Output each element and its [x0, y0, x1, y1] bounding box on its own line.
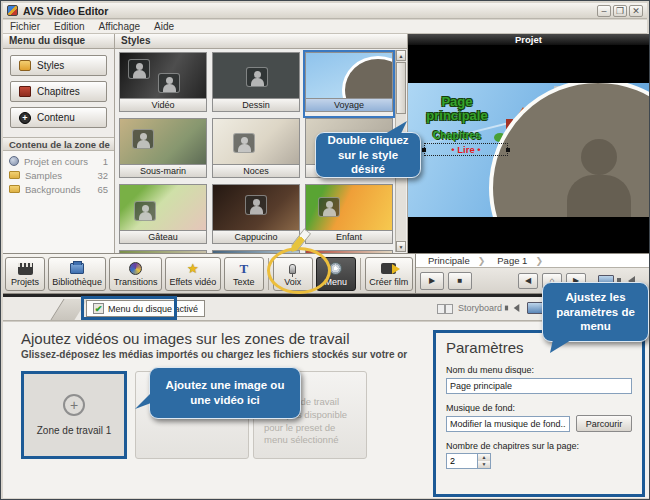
callout-double-click-style: Double cliquez sur le style désiré [315, 132, 421, 178]
menu-fichier[interactable]: Fichier [3, 21, 47, 32]
chapitres-button[interactable]: Chapitres [10, 81, 107, 102]
menu-name-label: Nom du menu disque: [446, 365, 632, 375]
project-panel-header: Projet [408, 34, 649, 46]
person-icon [246, 67, 268, 87]
disc-menu-panel: Menu du disque Styles Chapitres + Conten… [3, 34, 115, 253]
callout-add-image: Ajoutez une image ou une vidéo ici [149, 367, 301, 419]
maximize-button[interactable]: ❐ [613, 5, 627, 17]
play-button[interactable]: ▶ [420, 272, 444, 290]
style-tile-video[interactable]: Vidéo [119, 52, 207, 116]
tab-slant-decoration [50, 299, 87, 320]
spinner-down-icon[interactable]: ▼ [478, 461, 490, 468]
stop-button[interactable]: ■ [448, 272, 472, 290]
style-tile-enfant[interactable]: Enfant [305, 184, 393, 248]
projets-label: Projets [11, 277, 39, 287]
chapters-stepper[interactable]: ▲ ▼ [446, 453, 632, 469]
menu-aide[interactable]: Aide [147, 21, 181, 32]
tree-item-backgrounds[interactable]: Backgrounds 65 [3, 182, 114, 196]
music-input[interactable] [446, 416, 570, 432]
workzone-content-header: Contenu de la zone de travail [3, 137, 114, 151]
preview-frame: ✕ Page principale Chapitres • Lire • [408, 83, 649, 217]
menu-name-input[interactable] [446, 378, 632, 394]
projects-icon [18, 263, 33, 275]
tree-item-count: 32 [97, 170, 108, 181]
chapitres-button-label: Chapitres [37, 86, 80, 97]
creer-film-label: Créer film [369, 277, 408, 287]
style-tile-voyage-selected[interactable]: Voyage [305, 52, 393, 116]
menu-edition[interactable]: Edition [47, 21, 92, 32]
tree-item-samples[interactable]: Samples 32 [3, 168, 114, 182]
content-icon: + [19, 112, 31, 124]
texte-button[interactable]: T Texte [224, 257, 264, 291]
style-tile-label: Voyage [305, 99, 393, 112]
contenu-button[interactable]: + Contenu [10, 107, 107, 128]
workspace-heading: Ajoutez vidéos ou images sur les zones d… [21, 330, 433, 347]
chapters-count-label: Nombre de chapitres sur la page: [446, 441, 632, 451]
chevron-icon: ❯ [478, 256, 486, 266]
person-icon [318, 197, 340, 217]
style-tile-dessin[interactable]: Dessin [212, 52, 300, 116]
effets-video-button[interactable]: ★ Effets vidéo [165, 257, 221, 291]
storyboard-label[interactable]: Storyboard [458, 303, 502, 313]
speaker-icon[interactable] [514, 304, 520, 312]
chevron-icon: ❯ [535, 256, 543, 266]
scroll-down-icon[interactable]: ▼ [396, 241, 406, 252]
scroll-up-icon[interactable]: ▲ [396, 50, 406, 61]
effets-video-label: Effets vidéo [169, 277, 216, 287]
person-icon [128, 59, 150, 79]
tab-menu-du-disque-active[interactable]: ✔ Menu du disque activé [86, 300, 205, 317]
library-icon [70, 263, 84, 274]
style-tile-label: Gâteau [119, 231, 207, 244]
tree-item-projet-en-cours[interactable]: Projet en cours 1 [3, 154, 114, 168]
music-label: Musique de fond: [446, 403, 632, 413]
style-tile-noces[interactable]: Noces [212, 118, 300, 182]
style-tile-label: Enfant [305, 231, 393, 244]
close-button[interactable]: ✕ [629, 5, 643, 17]
app-window: AVS Video Editor – ❐ ✕ Fichier Edition A… [0, 0, 650, 500]
menu-affichage[interactable]: Affichage [92, 21, 148, 32]
person-icon [134, 201, 156, 221]
menu-highlight-ellipse [267, 247, 331, 294]
play-text-selection[interactable]: • Lire • [424, 143, 508, 156]
breadcrumb-principale[interactable]: Principale [416, 255, 478, 266]
person-icon [245, 195, 267, 215]
project-preview-panel: Projet ✕ Page principale Chapitres • Lir… [408, 34, 649, 253]
breadcrumb-page1[interactable]: Page 1 [485, 255, 535, 266]
effects-star-icon: ★ [187, 261, 199, 276]
menu-page-title: Page principale [422, 95, 492, 124]
styles-icon [19, 60, 31, 71]
creer-film-button[interactable]: Créer film [365, 257, 413, 291]
style-tile-label: Vidéo [119, 99, 207, 112]
project-icon [9, 156, 19, 166]
callout-text: Double cliquez sur le style désiré [323, 133, 413, 178]
minimize-button[interactable]: – [597, 5, 611, 17]
folder-icon [9, 171, 20, 179]
toolbar-buttons: Projets Bibliothèque Transitions ★ Effet… [3, 254, 415, 293]
previous-button[interactable]: ◀ [518, 273, 538, 289]
browse-button[interactable]: Parcourir [576, 415, 632, 432]
spinner-up-icon[interactable]: ▲ [478, 454, 490, 461]
person-icon [233, 133, 255, 153]
tree-item-label: Backgrounds [25, 184, 97, 195]
workzone-1[interactable]: + Zone de travail 1 [21, 371, 127, 459]
monitor-icon[interactable] [527, 302, 543, 314]
person-icon [132, 129, 154, 149]
bibliotheque-button[interactable]: Bibliothèque [48, 257, 106, 291]
person-icon [358, 75, 380, 95]
styles-button[interactable]: Styles [10, 55, 107, 76]
chapters-count-input[interactable] [446, 453, 478, 469]
plus-icon: + [63, 394, 85, 416]
window-title: AVS Video Editor [23, 5, 595, 17]
toolbar-divider [360, 258, 361, 290]
style-tile-sous-marin[interactable]: Sous-marin [119, 118, 207, 182]
projets-button[interactable]: Projets [5, 257, 45, 291]
menu-chapters-label: Chapitres [422, 129, 492, 141]
check-icon: ✔ [93, 303, 104, 314]
style-tile-cappucino[interactable]: Cappucino [212, 184, 300, 248]
transitions-button[interactable]: Transitions [109, 257, 162, 291]
parameters-panel: Paramètres Nom du menu disque: Musique d… [433, 330, 645, 497]
scrollbar-thumb[interactable] [396, 62, 406, 114]
disc-menu-panel-header: Menu du disque [3, 34, 114, 49]
style-tile-gateau[interactable]: Gâteau [119, 184, 207, 248]
storyboard-frames-icon [437, 304, 453, 313]
